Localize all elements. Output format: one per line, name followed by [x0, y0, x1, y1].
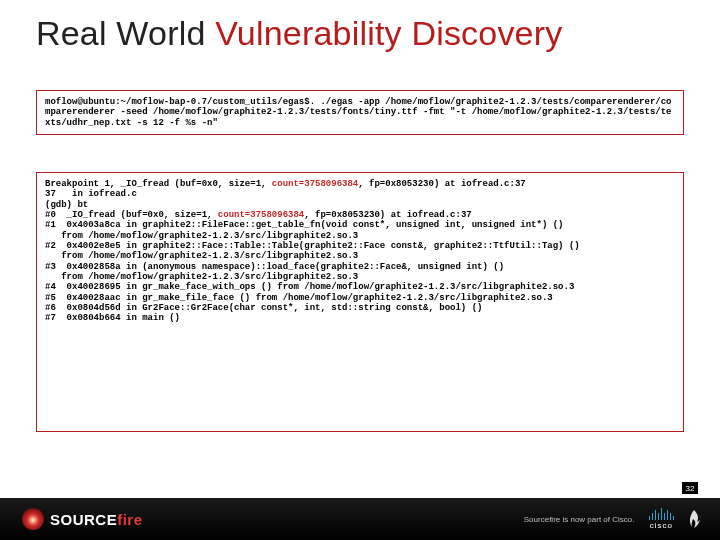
cisco-logo: cisco [649, 508, 675, 530]
spark-icon [688, 509, 702, 529]
flare-icon [22, 508, 44, 530]
cisco-bars-icon [649, 508, 675, 520]
footer-bar: SOURCEfire Sourcefire is now part of Cis… [0, 498, 720, 540]
bt-post: , fp=0x8053230) at iofread.c:37 #1 0x400… [45, 210, 580, 323]
bt-highlight-1: count=3758096384 [272, 179, 358, 189]
sourcefire-wordmark: SOURCEfire [50, 511, 143, 528]
footer-right: Sourcefire is now part of Cisco. cisco [524, 508, 702, 530]
backtrace-box: Breakpoint 1, _IO_fread (buf=0x0, size=1… [36, 172, 684, 432]
bt-highlight-2: count=3758096384 [218, 210, 304, 220]
title-accent: Vulnerability Discovery [215, 14, 562, 52]
brand-source: SOURCE [50, 511, 117, 528]
bt-pre: Breakpoint 1, _IO_fread (buf=0x0, size=1… [45, 179, 272, 189]
cisco-word: cisco [650, 521, 673, 530]
brand-fire: fire [117, 511, 142, 528]
sourcefire-logo: SOURCEfire [22, 508, 143, 530]
page-number: 32 [682, 482, 698, 494]
slide-title: Real World Vulnerability Discovery [36, 14, 684, 53]
footer-tagline: Sourcefire is now part of Cisco. [524, 515, 635, 524]
title-prefix: Real World [36, 14, 206, 52]
slide: Real World Vulnerability Discovery moflo… [0, 0, 720, 540]
command-text: moflow@ubuntu:~/moflow-bap-0.7/custom_ut… [45, 97, 672, 128]
command-box: moflow@ubuntu:~/moflow-bap-0.7/custom_ut… [36, 90, 684, 135]
